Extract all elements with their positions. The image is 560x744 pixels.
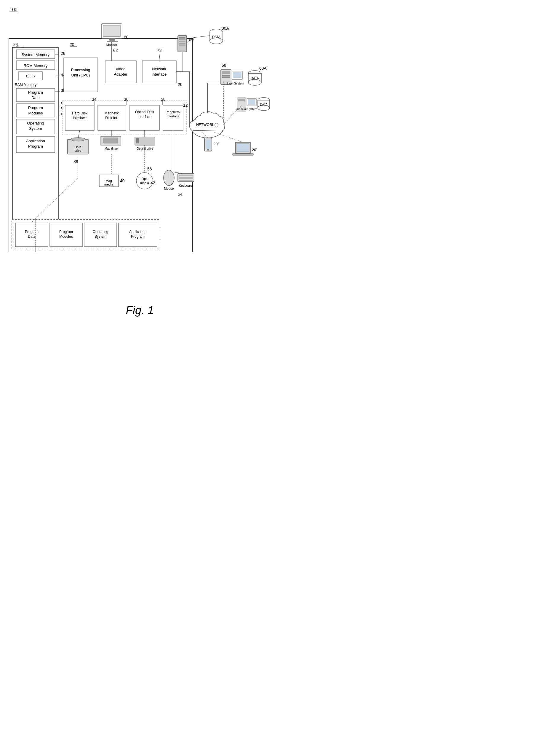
- app-prog-bottom-label: Application: [129, 230, 147, 234]
- svg-rect-58: [84, 223, 117, 247]
- label-30: 30: [61, 88, 66, 93]
- opt-media-label: Opt.: [142, 177, 148, 181]
- label-20p: 20': [252, 148, 257, 152]
- label-80A: 80A: [222, 26, 229, 31]
- network-interface-label: Network: [152, 67, 166, 71]
- svg-rect-17: [105, 61, 136, 83]
- svg-rect-80: [233, 72, 241, 78]
- data3-label: DATA: [260, 103, 268, 106]
- label-34: 34: [92, 97, 96, 102]
- monitor-label: Monitor: [106, 43, 117, 46]
- svg-rect-57: [50, 223, 82, 247]
- svg-point-65: [191, 117, 224, 138]
- svg-point-66: [193, 117, 210, 129]
- svg-line-39: [78, 131, 80, 139]
- prog-data-bottom-label2: Data: [28, 234, 36, 238]
- processing-unit-label: Processing: [71, 68, 90, 72]
- application-program-label: Application: [26, 139, 45, 143]
- application-program-label2: Program: [28, 144, 43, 149]
- svg-line-15: [20, 220, 36, 222]
- svg-point-70: [193, 117, 210, 128]
- svg-point-114: [207, 149, 209, 151]
- peripheral-interface-label: Peripheral: [166, 110, 181, 114]
- svg-rect-100: [247, 99, 256, 106]
- label-52: 52: [61, 101, 66, 106]
- label-20: 20: [70, 42, 74, 47]
- ram-memory-label: RAM Memory: [15, 83, 36, 87]
- label-38: 38: [74, 159, 78, 164]
- svg-rect-59: [119, 223, 157, 247]
- svg-rect-90: [179, 44, 186, 46]
- label-26: 26: [178, 82, 183, 87]
- svg-rect-14: [16, 136, 55, 153]
- label-46: 46: [61, 111, 66, 116]
- svg-rect-2: [12, 47, 58, 219]
- svg-point-67: [204, 117, 222, 129]
- svg-rect-13: [16, 119, 55, 134]
- optical-disk-label: Optical Disk: [135, 110, 154, 114]
- svg-rect-33: [68, 139, 88, 154]
- prog-modules-bottom-label: Program: [59, 230, 73, 234]
- svg-rect-99: [238, 99, 245, 101]
- svg-rect-76: [222, 71, 230, 74]
- svg-line-106: [224, 105, 241, 124]
- financial-system-label: Financial System: [235, 108, 257, 111]
- svg-point-69: [191, 117, 224, 138]
- svg-marker-30: [109, 39, 116, 41]
- svg-rect-98: [237, 98, 246, 111]
- svg-rect-108: [236, 142, 250, 154]
- label-44: 44: [61, 73, 66, 77]
- rom-memory-label: ROM Memory: [24, 64, 48, 68]
- svg-rect-12: [16, 104, 55, 117]
- hard-disk-interface-label2: Interface: [73, 116, 87, 120]
- svg-rect-20: [62, 101, 187, 135]
- program-data-label: Program: [28, 90, 43, 95]
- data1-label: DATA: [251, 76, 259, 80]
- label-62: 62: [113, 48, 118, 53]
- svg-line-116: [213, 132, 243, 142]
- mag-media-label: Mag: [106, 179, 112, 183]
- svg-rect-48: [178, 174, 194, 182]
- svg-rect-93: [210, 32, 223, 41]
- svg-rect-38: [136, 139, 139, 143]
- svg-rect-101: [248, 99, 255, 105]
- video-adapter-label: Video: [116, 67, 125, 71]
- svg-point-104: [258, 105, 270, 111]
- label-73: 73: [157, 48, 162, 53]
- svg-rect-36: [104, 138, 118, 143]
- svg-rect-49: [179, 175, 193, 176]
- svg-rect-18: [142, 61, 176, 83]
- svg-rect-7: [19, 72, 42, 80]
- svg-rect-55: [12, 219, 160, 249]
- svg-rect-51: [179, 180, 193, 181]
- svg-point-46: [164, 170, 174, 186]
- label-60: 60: [124, 35, 129, 39]
- label-54: 54: [178, 192, 183, 196]
- os-bottom-label: Operating: [93, 230, 109, 234]
- svg-rect-50: [179, 177, 193, 179]
- label-58: 58: [161, 97, 166, 102]
- label-68: 68: [222, 63, 226, 68]
- program-data-label2: Data: [31, 96, 40, 100]
- prog-data-bottom-label: Program: [25, 230, 39, 234]
- label-68A: 68A: [259, 66, 267, 71]
- svg-point-68: [199, 115, 216, 125]
- label-80: 80: [189, 37, 194, 42]
- svg-rect-109: [237, 144, 249, 152]
- svg-line-54: [173, 172, 182, 174]
- svg-line-62: [32, 178, 78, 222]
- label-22: 22: [67, 73, 71, 77]
- svg-rect-28: [101, 24, 122, 39]
- os-bottom-label2: System: [94, 234, 106, 238]
- svg-point-94: [210, 38, 223, 44]
- svg-rect-103: [258, 100, 270, 108]
- page: 100 20 24 System Memory 28 ROM Memory BI…: [0, 0, 280, 372]
- svg-rect-37: [135, 137, 155, 145]
- svg-rect-31: [107, 41, 118, 42]
- magnetic-disk-label2: Disk Int.: [105, 116, 118, 120]
- svg-rect-27: [163, 105, 183, 131]
- label-48: 48: [15, 220, 19, 225]
- system-memory-label: System Memory: [22, 52, 49, 57]
- host-system-label: Host System: [227, 82, 244, 85]
- svg-rect-112: [204, 138, 212, 151]
